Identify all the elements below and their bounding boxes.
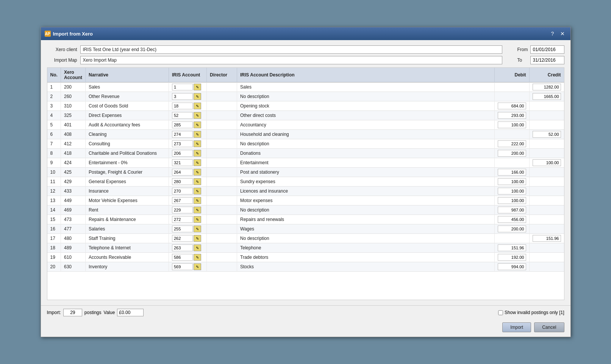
iris-account-input[interactable]	[172, 112, 193, 119]
import-map-input[interactable]	[80, 56, 502, 64]
cell-debit	[494, 205, 529, 215]
table-row: 13449Motor Vehicle Expenses✎Motor expens…	[47, 196, 564, 205]
debit-input[interactable]	[498, 112, 526, 119]
debit-input[interactable]	[498, 178, 526, 185]
iris-account-input[interactable]	[172, 103, 193, 109]
iris-lookup-button[interactable]: ✎	[194, 169, 201, 176]
debit-input[interactable]	[498, 150, 526, 157]
iris-lookup-button[interactable]: ✎	[194, 216, 201, 223]
iris-lookup-button[interactable]: ✎	[194, 178, 201, 185]
iris-account-input[interactable]	[172, 93, 193, 100]
credit-input[interactable]	[533, 131, 561, 138]
cell-no: 20	[47, 262, 61, 272]
cell-no: 8	[47, 149, 61, 158]
iris-lookup-button[interactable]: ✎	[194, 93, 201, 100]
xero-client-input[interactable]	[80, 45, 502, 54]
credit-input[interactable]	[533, 93, 561, 100]
iris-account-input[interactable]	[172, 216, 193, 223]
credit-input[interactable]	[533, 84, 561, 90]
cell-director	[207, 120, 237, 130]
credit-input[interactable]	[533, 159, 561, 166]
cell-xero: 424	[61, 158, 86, 168]
iris-account-input[interactable]	[172, 235, 193, 242]
iris-lookup-button[interactable]: ✎	[194, 112, 201, 119]
iris-account-input[interactable]	[172, 131, 193, 138]
cancel-button[interactable]: Cancel	[534, 322, 564, 332]
iris-lookup-button[interactable]: ✎	[194, 84, 201, 90]
show-invalid-checkbox[interactable]	[498, 310, 503, 315]
iris-account-input[interactable]	[172, 197, 193, 204]
iris-account-input[interactable]	[172, 207, 193, 213]
iris-lookup-button[interactable]: ✎	[194, 197, 201, 204]
debit-input[interactable]	[498, 169, 526, 176]
credit-input[interactable]	[533, 235, 561, 242]
cell-xero: 425	[61, 168, 86, 177]
iris-lookup-button[interactable]: ✎	[194, 207, 201, 213]
iris-lookup-button[interactable]: ✎	[194, 235, 201, 242]
from-date-input[interactable]	[530, 45, 564, 54]
to-date-input[interactable]	[530, 56, 564, 64]
table-row: 3310Cost of Goods Sold✎Opening stock	[47, 101, 564, 111]
debit-input[interactable]	[498, 254, 526, 261]
table-row: 5401Audit & Accountancy fees✎Accountancy	[47, 120, 564, 130]
iris-account-input[interactable]	[172, 254, 193, 261]
iris-account-input[interactable]	[172, 178, 193, 185]
iris-account-input[interactable]	[172, 244, 193, 251]
iris-account-input[interactable]	[172, 159, 193, 166]
debit-input[interactable]	[498, 188, 526, 194]
table-scroll[interactable]: No. XeroAccount Narrative IRIS Account D…	[47, 68, 564, 300]
cell-director	[207, 243, 237, 253]
cell-director	[207, 215, 237, 224]
iris-lookup-button[interactable]: ✎	[194, 254, 201, 261]
cell-debit	[494, 149, 529, 158]
iris-lookup-button[interactable]: ✎	[194, 226, 201, 232]
iris-lookup-button[interactable]: ✎	[194, 140, 201, 147]
debit-input[interactable]	[498, 244, 526, 251]
cell-credit	[529, 205, 564, 215]
debit-input[interactable]	[498, 197, 526, 204]
debit-input[interactable]	[498, 216, 526, 223]
iris-account-input[interactable]	[172, 226, 193, 232]
cell-credit	[529, 177, 564, 187]
value-label: Value	[104, 310, 115, 315]
iris-lookup-button[interactable]: ✎	[194, 103, 201, 109]
cell-debit	[494, 243, 529, 253]
cell-debit	[494, 253, 529, 262]
iris-lookup-button[interactable]: ✎	[194, 159, 201, 166]
table-row: 9424Entertainment - 0%✎Entertainment	[47, 158, 564, 168]
iris-lookup-button[interactable]: ✎	[194, 188, 201, 194]
value-amount-input[interactable]	[117, 309, 144, 316]
iris-account-input[interactable]	[172, 263, 193, 270]
iris-lookup-button[interactable]: ✎	[194, 150, 201, 157]
dialog-body: Xero client Import Map From To	[41, 40, 570, 305]
import-button[interactable]: Import	[502, 322, 531, 332]
debit-input[interactable]	[498, 207, 526, 213]
iris-account-input[interactable]	[172, 84, 193, 90]
debit-input[interactable]	[498, 103, 526, 109]
cell-description: Licences and insurance	[237, 187, 495, 196]
iris-lookup-button[interactable]: ✎	[194, 244, 201, 251]
iris-account-input[interactable]	[172, 169, 193, 176]
cell-narrative: Cost of Goods Sold	[86, 101, 169, 111]
table-row: 11429General Expenses✎Sundry expenses	[47, 177, 564, 187]
postings-count-input[interactable]	[63, 309, 82, 316]
close-button[interactable]: ✕	[558, 30, 567, 38]
cell-iris: ✎	[169, 215, 207, 224]
cell-debit	[494, 120, 529, 130]
iris-lookup-button[interactable]: ✎	[194, 131, 201, 138]
iris-lookup-button[interactable]: ✎	[194, 121, 201, 128]
debit-input[interactable]	[498, 226, 526, 232]
iris-account-input[interactable]	[172, 150, 193, 157]
debit-input[interactable]	[498, 263, 526, 270]
cell-no: 15	[47, 215, 61, 224]
cell-credit	[529, 196, 564, 205]
iris-account-input[interactable]	[172, 188, 193, 194]
debit-input[interactable]	[498, 140, 526, 147]
cell-debit	[494, 158, 529, 168]
iris-account-input[interactable]	[172, 121, 193, 128]
help-button[interactable]: ?	[548, 30, 557, 38]
debit-input[interactable]	[498, 121, 526, 128]
iris-lookup-button[interactable]: ✎	[194, 263, 201, 270]
table-row: 2260Other Revenue✎No description	[47, 92, 564, 101]
iris-account-input[interactable]	[172, 140, 193, 147]
